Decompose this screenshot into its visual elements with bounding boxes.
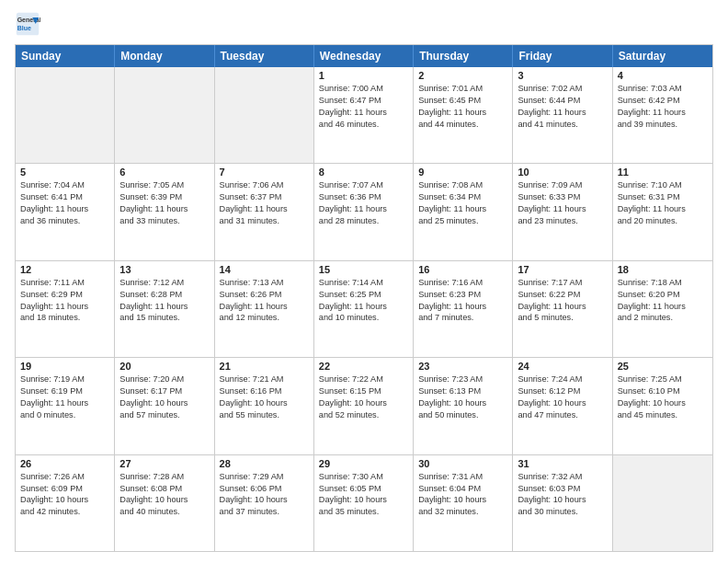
week-row-4: 26Sunrise: 7:26 AMSunset: 6:09 PMDayligh… bbox=[16, 454, 712, 551]
cal-cell bbox=[613, 455, 712, 551]
day-number: 12 bbox=[20, 264, 109, 275]
cal-cell: 17Sunrise: 7:17 AMSunset: 6:22 PMDayligh… bbox=[513, 261, 612, 357]
day-number: 28 bbox=[220, 458, 309, 469]
cell-info-line: Sunset: 6:29 PM bbox=[20, 289, 109, 301]
day-number: 1 bbox=[319, 70, 408, 81]
cell-info-line: Sunset: 6:10 PM bbox=[618, 385, 708, 397]
cell-info-line: and 23 minutes. bbox=[518, 215, 607, 227]
cell-info-line: and 30 minutes. bbox=[518, 506, 607, 518]
cell-info-line: and 12 minutes. bbox=[220, 312, 309, 324]
cell-info-line: Daylight: 11 hours bbox=[220, 203, 309, 215]
cell-info-line: Sunrise: 7:00 AM bbox=[319, 83, 408, 95]
day-number: 4 bbox=[618, 70, 708, 81]
cal-cell: 5Sunrise: 7:04 AMSunset: 6:41 PMDaylight… bbox=[16, 164, 115, 259]
cell-info-line: Sunset: 6:36 PM bbox=[319, 191, 408, 203]
cell-info-line: Daylight: 10 hours bbox=[319, 494, 408, 506]
cal-cell bbox=[115, 67, 214, 163]
cell-info-line: and 42 minutes. bbox=[20, 506, 109, 518]
cell-info-line: Sunrise: 7:32 AM bbox=[518, 471, 607, 483]
cal-cell: 30Sunrise: 7:31 AMSunset: 6:04 PMDayligh… bbox=[414, 455, 513, 551]
col-header-wednesday: Wednesday bbox=[314, 45, 414, 67]
cell-info-line: and 0 minutes. bbox=[20, 409, 109, 421]
cell-info-line: and 20 minutes. bbox=[618, 215, 708, 227]
logo-icon: General Blue bbox=[15, 11, 40, 37]
cell-info-line: Sunrise: 7:20 AM bbox=[119, 373, 209, 385]
cell-info-line: Sunrise: 7:02 AM bbox=[518, 83, 607, 95]
cal-cell: 12Sunrise: 7:11 AMSunset: 6:29 PMDayligh… bbox=[16, 261, 115, 357]
cal-cell: 10Sunrise: 7:09 AMSunset: 6:33 PMDayligh… bbox=[513, 164, 612, 259]
cell-info-line: Sunrise: 7:09 AM bbox=[518, 179, 607, 191]
cell-info-line: Daylight: 10 hours bbox=[518, 397, 607, 409]
cal-cell: 20Sunrise: 7:20 AMSunset: 6:17 PMDayligh… bbox=[115, 358, 214, 454]
cal-cell: 24Sunrise: 7:24 AMSunset: 6:12 PMDayligh… bbox=[513, 358, 612, 454]
calendar-body: 1Sunrise: 7:00 AMSunset: 6:47 PMDaylight… bbox=[16, 67, 712, 551]
cell-info-line: Sunset: 6:45 PM bbox=[418, 95, 507, 107]
cell-info-line: Sunrise: 7:01 AM bbox=[418, 83, 507, 95]
cell-info-line: and 57 minutes. bbox=[119, 409, 209, 421]
cal-cell: 27Sunrise: 7:28 AMSunset: 6:08 PMDayligh… bbox=[115, 455, 214, 551]
cell-info-line: Sunset: 6:20 PM bbox=[618, 289, 708, 301]
cell-info-line: Daylight: 11 hours bbox=[418, 203, 507, 215]
cell-info-line: Daylight: 10 hours bbox=[319, 397, 408, 409]
cell-info-line: Sunrise: 7:13 AM bbox=[220, 277, 309, 289]
cell-info-line: Daylight: 10 hours bbox=[119, 494, 209, 506]
col-header-tuesday: Tuesday bbox=[215, 45, 314, 67]
cal-cell: 16Sunrise: 7:16 AMSunset: 6:23 PMDayligh… bbox=[414, 261, 513, 357]
day-number: 23 bbox=[418, 361, 507, 372]
cell-info-line: Daylight: 10 hours bbox=[220, 494, 309, 506]
cell-info-line: Sunrise: 7:25 AM bbox=[618, 373, 708, 385]
day-number: 26 bbox=[20, 458, 109, 469]
cell-info-line: Daylight: 11 hours bbox=[20, 203, 109, 215]
cell-info-line: and 5 minutes. bbox=[518, 312, 607, 324]
cell-info-line: Sunset: 6:23 PM bbox=[418, 289, 507, 301]
cell-info-line: Daylight: 11 hours bbox=[618, 301, 708, 313]
cell-info-line: Daylight: 10 hours bbox=[20, 494, 109, 506]
cell-info-line: and 35 minutes. bbox=[319, 506, 408, 518]
cal-cell: 29Sunrise: 7:30 AMSunset: 6:05 PMDayligh… bbox=[314, 455, 414, 551]
cal-cell: 13Sunrise: 7:12 AMSunset: 6:28 PMDayligh… bbox=[115, 261, 214, 357]
cell-info-line: and 45 minutes. bbox=[618, 409, 708, 421]
cell-info-line: Sunrise: 7:14 AM bbox=[319, 277, 408, 289]
cell-info-line: Sunset: 6:34 PM bbox=[418, 191, 507, 203]
logo: General Blue bbox=[15, 11, 44, 37]
cell-info-line: Sunset: 6:39 PM bbox=[119, 191, 209, 203]
cell-info-line: Sunset: 6:05 PM bbox=[319, 483, 408, 495]
day-number: 27 bbox=[119, 458, 209, 469]
cell-info-line: Daylight: 10 hours bbox=[220, 397, 309, 409]
col-header-thursday: Thursday bbox=[414, 45, 513, 67]
cell-info-line: Sunset: 6:31 PM bbox=[618, 191, 708, 203]
cal-cell: 26Sunrise: 7:26 AMSunset: 6:09 PMDayligh… bbox=[16, 455, 115, 551]
cal-cell bbox=[16, 67, 115, 163]
cell-info-line: Sunset: 6:37 PM bbox=[220, 191, 309, 203]
cell-info-line: Sunset: 6:09 PM bbox=[20, 483, 109, 495]
week-row-2: 12Sunrise: 7:11 AMSunset: 6:29 PMDayligh… bbox=[16, 260, 712, 357]
cell-info-line: Sunrise: 7:31 AM bbox=[418, 471, 507, 483]
header: General Blue bbox=[15, 11, 713, 37]
cell-info-line: Daylight: 10 hours bbox=[119, 397, 209, 409]
cal-cell: 1Sunrise: 7:00 AMSunset: 6:47 PMDaylight… bbox=[314, 67, 414, 163]
cell-info-line: Daylight: 11 hours bbox=[618, 107, 708, 119]
cell-info-line: and 7 minutes. bbox=[418, 312, 507, 324]
cell-info-line: Daylight: 11 hours bbox=[518, 203, 607, 215]
day-number: 16 bbox=[418, 264, 507, 275]
cell-info-line: Daylight: 11 hours bbox=[319, 301, 408, 313]
cell-info-line: Daylight: 11 hours bbox=[618, 203, 708, 215]
day-number: 5 bbox=[20, 167, 109, 178]
cell-info-line: Sunset: 6:08 PM bbox=[119, 483, 209, 495]
cell-info-line: Sunrise: 7:16 AM bbox=[418, 277, 507, 289]
cell-info-line: Sunrise: 7:07 AM bbox=[319, 179, 408, 191]
cal-cell: 28Sunrise: 7:29 AMSunset: 6:06 PMDayligh… bbox=[215, 455, 314, 551]
week-row-1: 5Sunrise: 7:04 AMSunset: 6:41 PMDaylight… bbox=[16, 163, 712, 259]
cell-info-line: Daylight: 11 hours bbox=[20, 397, 109, 409]
cal-cell: 6Sunrise: 7:05 AMSunset: 6:39 PMDaylight… bbox=[115, 164, 214, 259]
cell-info-line: and 50 minutes. bbox=[418, 409, 507, 421]
cell-info-line: and 32 minutes. bbox=[418, 506, 507, 518]
week-row-3: 19Sunrise: 7:19 AMSunset: 6:19 PMDayligh… bbox=[16, 357, 712, 454]
day-number: 7 bbox=[220, 167, 309, 178]
cell-info-line: and 31 minutes. bbox=[220, 215, 309, 227]
cell-info-line: Sunset: 6:25 PM bbox=[319, 289, 408, 301]
cell-info-line: Sunrise: 7:30 AM bbox=[319, 471, 408, 483]
day-number: 9 bbox=[418, 167, 507, 178]
day-number: 14 bbox=[220, 264, 309, 275]
cell-info-line: Sunset: 6:13 PM bbox=[418, 385, 507, 397]
